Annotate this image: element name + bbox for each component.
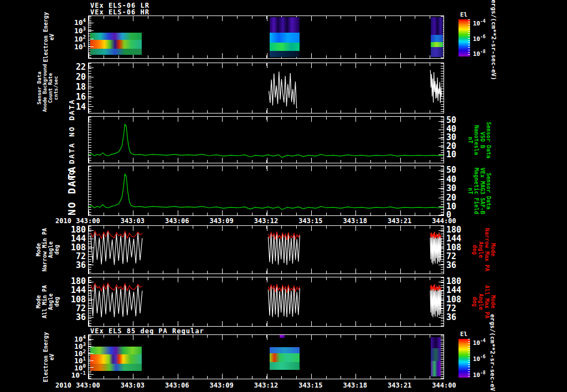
spectrogram-band [431, 35, 443, 42]
spectrogram-band [270, 347, 300, 353]
colorbar-tick-label: 10-4 [473, 338, 486, 347]
colorbar-tick-label: 10-8 [473, 49, 486, 58]
y-major-tick [439, 146, 444, 147]
exponent: 3 [83, 342, 86, 347]
colorbar-tick-label: 10-4 [473, 19, 486, 27]
mag-saf-b-trace [89, 174, 444, 210]
y-tick-label: 144 [57, 285, 86, 295]
left-axis-title-anode-background: Sensor DataAnode BackgroundCount Ratecnt… [37, 64, 59, 112]
spectrogram-band [431, 337, 441, 348]
vso-b-trace [89, 125, 444, 158]
y-major-tick [439, 207, 444, 207]
axis-label-line: Narrow Max PA [484, 228, 490, 271]
bottom-time-tick-label: 343:21 [383, 381, 416, 389]
y-major-tick [439, 265, 444, 265]
axis-label-line: eV [49, 353, 55, 360]
y-major-tick [89, 374, 94, 375]
spectrogram-band [431, 42, 443, 47]
axis-label-line: VEx MAG3 SAF-B [480, 167, 486, 214]
spectrogram-band [431, 17, 443, 35]
y-major-tick [439, 291, 444, 291]
y-tick-label: 36 [57, 260, 86, 270]
axis-label-line: Electron Energy [43, 332, 49, 381]
mid-time-tick-label: 343:03 [116, 217, 149, 225]
y-major-tick [89, 339, 94, 340]
y-major-tick [89, 68, 94, 68]
x-tick-marks [89, 335, 444, 338]
narrow-max-pa-trace [268, 231, 300, 240]
exponent: 4 [83, 334, 86, 340]
axis-label-line: Sensor Data [37, 71, 42, 105]
exponent: -6 [480, 354, 486, 359]
colorbar-tick-label: 10-6 [473, 34, 486, 43]
axis-label-line: Electron Energy [43, 12, 49, 62]
axis-label-line: nT [467, 187, 473, 194]
axis-label-line: deg [472, 245, 478, 255]
y-major-tick [439, 308, 444, 309]
y-tick-label: 72 [57, 303, 86, 313]
y-tick-label: 36 [446, 260, 456, 270]
y-major-tick [89, 256, 94, 257]
panel-mag-saf-b [88, 166, 444, 216]
y-major-tick [89, 317, 94, 318]
y-tick-label: 144 [446, 285, 461, 295]
bottom-time-tick-label: 343:00 [71, 381, 105, 389]
y-major-tick [89, 265, 94, 265]
y-tick-label: 10-1 [57, 370, 86, 379]
y-major-tick [89, 23, 94, 23]
y-tick-label: 10 [446, 149, 456, 159]
colorbar-tick-marks [468, 339, 470, 378]
mid-time-tick-label: 343:06 [161, 217, 194, 225]
exponent: 0 [83, 363, 86, 369]
panel-all-pa [88, 277, 444, 327]
y-major-tick [439, 300, 444, 300]
y-major-tick [439, 247, 444, 248]
y-tick-label: 16 [57, 92, 86, 102]
spectrogram-band [270, 51, 300, 57]
left-axis-title-narrow-pa: ModeNarrow Min PAAngledeg [35, 228, 60, 271]
exponent: -8 [480, 49, 486, 54]
bottom-time-tick-label: 343:12 [250, 381, 283, 389]
plot-page: VEx ELS-06 LR VEx ELS-06 HR VEx ELS 85 d… [0, 0, 567, 392]
y-major-tick [439, 230, 444, 231]
mid-time-tick-label: 343:21 [383, 217, 416, 225]
panel-anode-background [88, 63, 444, 114]
y-tick-marks [441, 335, 444, 379]
axis-label-line: nT [467, 136, 473, 143]
panel7-title: VEx ELS 85 deg PA Regular [90, 327, 204, 335]
y-major-tick [439, 282, 444, 282]
y-major-tick [89, 106, 94, 107]
axis-label-line: VSO B [480, 131, 486, 148]
y-tick-label: 18 [57, 82, 86, 92]
series-plot [89, 166, 444, 215]
spectrogram-band [90, 40, 142, 49]
axis-label-line: Magnetic Field [473, 167, 480, 214]
exponent: -4 [480, 338, 486, 343]
colorbar-bottom-units-label: ergs/(cm**2-sr-sec-eV) [489, 314, 496, 392]
y-major-tick [89, 347, 94, 347]
mid-time-tick-label: 343:00 [71, 217, 105, 225]
colorbar-top-units-label: ergs/(cm**2-sr-sec-eV) [490, 0, 497, 80]
spectrogram-band [90, 33, 142, 39]
y-tick-label: 36 [57, 312, 86, 322]
y-major-tick [439, 256, 444, 257]
axis-label-line: All Max PA [484, 285, 490, 318]
series-plot [89, 117, 444, 163]
mid-axis-year-label: 2010 [55, 217, 71, 225]
axis-label-line: Anode Background [42, 64, 48, 112]
right-axis-title-mag-saf-b: Sensor DataVEx MAG3 SAF-BMagnetic Fieldn… [467, 167, 492, 214]
exponent: 1 [83, 356, 86, 362]
axis-label-line: Sensor Data [486, 121, 492, 158]
right-axis-title-vso-b: Sensor DataVSO BNanoteslanT [467, 121, 492, 158]
left-axis-title-els-85deg-spectrogram: Electron EnergyeV [43, 332, 55, 381]
all-max-pa-trace [268, 284, 300, 293]
exponent: 2 [83, 34, 86, 40]
colorbar-top-title: El [460, 11, 467, 18]
spectrogram-band [270, 353, 300, 362]
exponent: 1 [83, 42, 86, 48]
y-major-tick [89, 97, 94, 97]
axis-label-line: Mode [35, 295, 42, 308]
x-tick-marks [89, 16, 444, 19]
panel-els-06-spectrogram [88, 16, 444, 59]
spectrogram-band [270, 362, 300, 370]
